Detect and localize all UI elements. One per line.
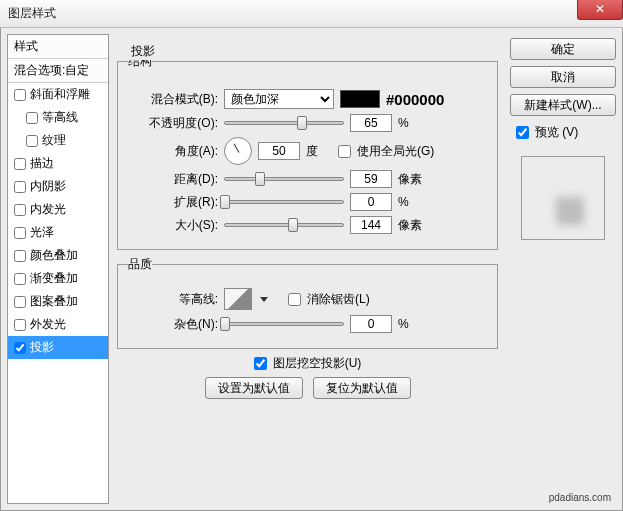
opacity-label: 不透明度(O): xyxy=(128,115,218,132)
global-light-checkbox[interactable] xyxy=(338,145,351,158)
style-item-checkbox[interactable] xyxy=(14,342,26,354)
quality-group: 品质 等高线: 消除锯齿(L) 杂色(N): % xyxy=(117,256,498,349)
size-slider[interactable] xyxy=(224,223,344,227)
opacity-slider[interactable] xyxy=(224,121,344,125)
style-item-checkbox[interactable] xyxy=(14,227,26,239)
styles-blend-options[interactable]: 混合选项:自定 xyxy=(8,59,108,83)
style-item-checkbox[interactable] xyxy=(14,158,26,170)
style-item-label: 纹理 xyxy=(42,132,66,149)
blend-mode-select[interactable]: 颜色加深 xyxy=(224,89,334,109)
set-default-button[interactable]: 设置为默认值 xyxy=(205,377,303,399)
style-item-label: 图案叠加 xyxy=(30,293,78,310)
chevron-down-icon[interactable] xyxy=(260,297,268,302)
style-item-3[interactable]: 描边 xyxy=(8,152,108,175)
angle-unit: 度 xyxy=(306,143,332,160)
close-icon: ✕ xyxy=(595,2,605,16)
style-item-1[interactable]: 等高线 xyxy=(8,106,108,129)
blend-mode-label: 混合模式(B): xyxy=(128,91,218,108)
new-style-button[interactable]: 新建样式(W)... xyxy=(510,94,616,116)
style-item-checkbox[interactable] xyxy=(14,319,26,331)
style-item-label: 渐变叠加 xyxy=(30,270,78,287)
style-item-label: 描边 xyxy=(30,155,54,172)
style-item-6[interactable]: 光泽 xyxy=(8,221,108,244)
noise-slider[interactable] xyxy=(224,322,344,326)
knockout-label: 图层挖空投影(U) xyxy=(273,355,362,372)
cancel-button[interactable]: 取消 xyxy=(510,66,616,88)
size-input[interactable] xyxy=(350,216,392,234)
distance-slider[interactable] xyxy=(224,177,344,181)
preview-checkbox[interactable] xyxy=(516,126,529,139)
preview-label: 预览 (V) xyxy=(535,124,578,141)
dialog-body: 样式 混合选项:自定 斜面和浮雕等高线纹理描边内阴影内发光光泽颜色叠加渐变叠加图… xyxy=(0,28,623,511)
style-item-checkbox[interactable] xyxy=(26,112,38,124)
panel-title: 投影 xyxy=(127,43,159,60)
titlebar-text: 图层样式 xyxy=(8,5,56,22)
style-item-10[interactable]: 外发光 xyxy=(8,313,108,336)
spread-unit: % xyxy=(398,195,424,209)
close-button[interactable]: ✕ xyxy=(577,0,623,20)
style-item-7[interactable]: 颜色叠加 xyxy=(8,244,108,267)
global-light-label: 使用全局光(G) xyxy=(357,143,434,160)
style-item-8[interactable]: 渐变叠加 xyxy=(8,267,108,290)
contour-picker[interactable] xyxy=(224,288,252,310)
style-item-checkbox[interactable] xyxy=(14,181,26,193)
spread-label: 扩展(R): xyxy=(128,194,218,211)
angle-label: 角度(A): xyxy=(128,143,218,160)
styles-header[interactable]: 样式 xyxy=(8,35,108,59)
titlebar: 图层样式 xyxy=(0,0,623,28)
structure-group: 结构 混合模式(B): 颜色加深 #000000 不透明度(O): % 角度(A… xyxy=(117,53,498,250)
style-item-5[interactable]: 内发光 xyxy=(8,198,108,221)
spread-input[interactable] xyxy=(350,193,392,211)
opacity-unit: % xyxy=(398,116,424,130)
style-item-checkbox[interactable] xyxy=(14,250,26,262)
noise-input[interactable] xyxy=(350,315,392,333)
effect-panel: 投影 结构 混合模式(B): 颜色加深 #000000 不透明度(O): % 角… xyxy=(115,34,504,504)
style-item-label: 颜色叠加 xyxy=(30,247,78,264)
opacity-input[interactable] xyxy=(350,114,392,132)
antialias-label: 消除锯齿(L) xyxy=(307,291,370,308)
style-item-4[interactable]: 内阴影 xyxy=(8,175,108,198)
size-unit: 像素 xyxy=(398,217,424,234)
style-item-label: 投影 xyxy=(30,339,54,356)
style-item-0[interactable]: 斜面和浮雕 xyxy=(8,83,108,106)
angle-dial[interactable] xyxy=(224,137,252,165)
style-item-label: 光泽 xyxy=(30,224,54,241)
knockout-checkbox[interactable] xyxy=(254,357,267,370)
ok-button[interactable]: 确定 xyxy=(510,38,616,60)
hex-readout: #000000 xyxy=(386,91,444,108)
style-item-2[interactable]: 纹理 xyxy=(8,129,108,152)
style-item-11[interactable]: 投影 xyxy=(8,336,108,359)
style-item-checkbox[interactable] xyxy=(14,204,26,216)
reset-default-button[interactable]: 复位为默认值 xyxy=(313,377,411,399)
style-item-label: 等高线 xyxy=(42,109,78,126)
distance-label: 距离(D): xyxy=(128,171,218,188)
style-item-checkbox[interactable] xyxy=(14,89,26,101)
style-item-label: 内阴影 xyxy=(30,178,66,195)
styles-list: 样式 混合选项:自定 斜面和浮雕等高线纹理描边内阴影内发光光泽颜色叠加渐变叠加图… xyxy=(7,34,109,504)
size-label: 大小(S): xyxy=(128,217,218,234)
distance-input[interactable] xyxy=(350,170,392,188)
distance-unit: 像素 xyxy=(398,171,424,188)
contour-label: 等高线: xyxy=(128,291,218,308)
quality-legend: 品质 xyxy=(128,256,152,273)
noise-label: 杂色(N): xyxy=(128,316,218,333)
antialias-checkbox[interactable] xyxy=(288,293,301,306)
right-column: 确定 取消 新建样式(W)... 预览 (V) xyxy=(510,34,616,504)
noise-unit: % xyxy=(398,317,424,331)
style-item-checkbox[interactable] xyxy=(26,135,38,147)
style-item-checkbox[interactable] xyxy=(14,296,26,308)
preview-thumb xyxy=(521,156,605,240)
style-item-label: 外发光 xyxy=(30,316,66,333)
style-item-9[interactable]: 图案叠加 xyxy=(8,290,108,313)
style-item-label: 内发光 xyxy=(30,201,66,218)
spread-slider[interactable] xyxy=(224,200,344,204)
angle-input[interactable] xyxy=(258,142,300,160)
style-item-label: 斜面和浮雕 xyxy=(30,86,90,103)
shadow-color-swatch[interactable] xyxy=(340,90,380,108)
style-item-checkbox[interactable] xyxy=(14,273,26,285)
